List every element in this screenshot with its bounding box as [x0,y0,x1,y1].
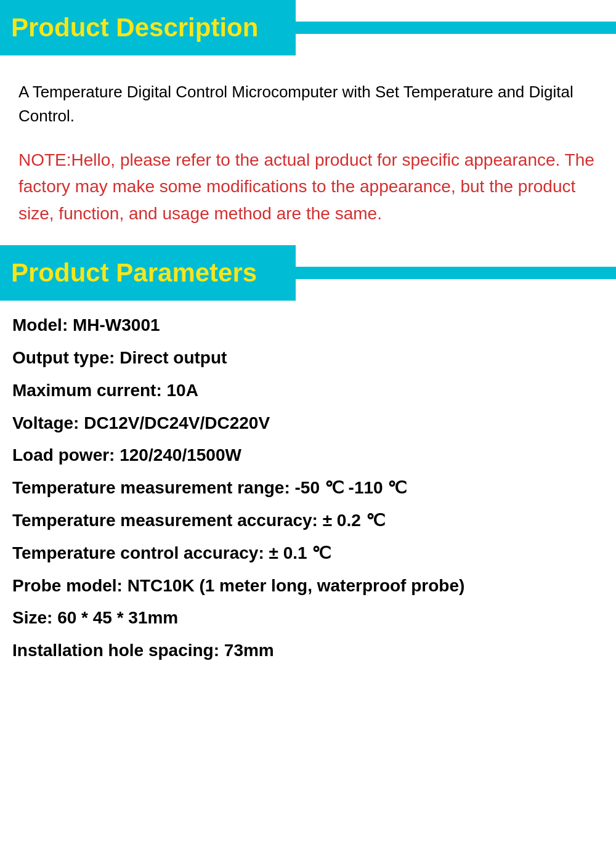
description-section: A Temperature Digital Control Microcompu… [0,55,616,245]
product-parameters-header: Product Parameters [0,245,616,301]
product-description-bar [296,0,616,55]
params-header-top-white [296,245,616,267]
description-text: A Temperature Digital Control Microcompu… [18,80,598,128]
param-item-7: Temperature control accuracy: ± 0.1 ℃ [12,540,604,567]
product-description-label-bg: Product Description [0,0,296,55]
product-description-title: Product Description [11,13,258,43]
param-item-8: Probe model: NTC10K (1 meter long, water… [12,572,604,600]
header-top-white [296,0,616,22]
param-item-6: Temperature measurement accuracy: ± 0.2 … [12,507,604,535]
param-item-1: Output type: Direct output [12,344,604,372]
param-item-2: Maximum current: 10A [12,377,604,405]
parameters-section: Model: MH-W3001Output type: Direct outpu… [0,301,616,683]
param-item-0: Model: MH-W3001 [12,312,604,339]
param-item-9: Size: 60 * 45 * 31mm [12,604,604,632]
param-item-10: Installation hole spacing: 73mm [12,637,604,665]
header-middle-cyan [296,22,616,34]
product-parameters-bar [296,245,616,301]
params-header-middle-cyan [296,267,616,279]
page-wrapper: Product Description A Temperature Digita… [0,0,616,683]
product-parameters-label-bg: Product Parameters [0,245,296,301]
param-item-5: Temperature measurement range: -50 ℃ -11… [12,474,604,502]
product-parameters-title: Product Parameters [11,258,257,288]
header-bottom-white [296,34,616,55]
param-item-4: Load power: 120/240/1500W [12,442,604,469]
params-header-bottom-white [296,279,616,301]
product-description-header: Product Description [0,0,616,55]
param-item-3: Voltage: DC12V/DC24V/DC220V [12,410,604,437]
note-text: NOTE:Hello, please refer to the actual p… [18,147,598,227]
